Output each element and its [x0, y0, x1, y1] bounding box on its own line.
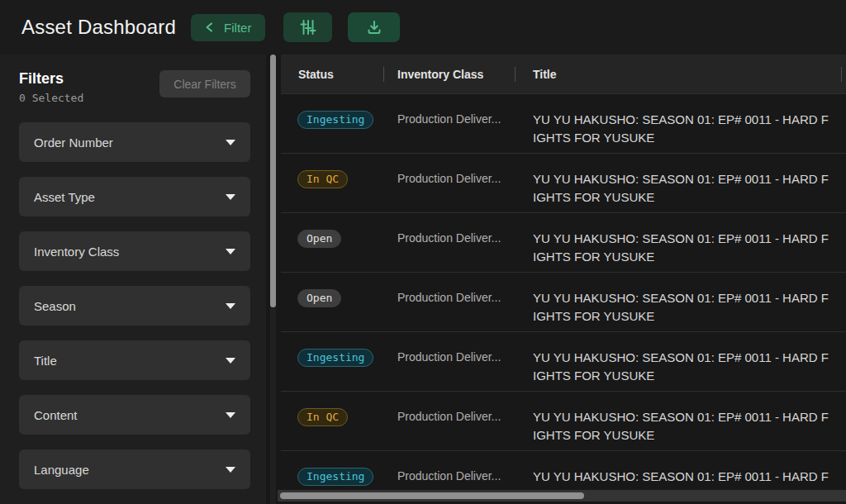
inventory-class-cell: Production Deliver...	[383, 213, 515, 245]
title-cell: YU YU HAKUSHO: SEASON 01: EP# 0011 - HAR…	[515, 392, 846, 445]
status-cell: In QC	[281, 392, 383, 426]
chevron-down-icon	[226, 249, 235, 254]
status-badge: In QC	[297, 408, 348, 426]
table-header: Status Inventory Class Title	[281, 55, 846, 93]
download-icon	[366, 19, 383, 36]
status-cell: Ingesting	[281, 94, 383, 129]
filters-heading: Filters	[19, 70, 83, 88]
title-cell: YU YU HAKUSHO: SEASON 01: EP# 0011 - HAR…	[515, 213, 846, 266]
filter-dropdown[interactable]: Language	[19, 449, 250, 489]
status-badge: In QC	[297, 170, 348, 188]
vertical-scrollbar[interactable]	[266, 55, 281, 504]
horizontal-scrollbar-thumb[interactable]	[280, 492, 584, 499]
table-row[interactable]: Ingesting Production Deliver... YU YU HA…	[281, 93, 846, 153]
asset-table: Status Inventory Class Title Ingesting P…	[281, 55, 846, 504]
download-button[interactable]	[348, 12, 400, 42]
status-badge: Ingesting	[297, 111, 373, 129]
clear-filters-button[interactable]: Clear Filters	[159, 70, 250, 97]
filter-button-label: Filter	[224, 21, 251, 35]
filter-dropdown-label: Title	[34, 354, 57, 368]
column-settings-button[interactable]	[283, 12, 332, 42]
table-row[interactable]: Open Production Deliver... YU YU HAKUSHO…	[281, 212, 846, 272]
filter-dropdown[interactable]: Asset Type	[19, 177, 250, 216]
column-header-status: Status	[281, 55, 383, 93]
filter-list: Order Number Asset Type Inventory Class	[19, 122, 250, 489]
status-cell: In QC	[281, 154, 383, 188]
filter-dropdown[interactable]: Title	[19, 340, 250, 380]
sliders-icon	[299, 18, 317, 36]
title-cell: YU YU HAKUSHO: SEASON 01: EP# 0011 - HAR…	[515, 332, 846, 385]
filters-sidebar: Filters 0 Selected Clear Filters Order N…	[0, 55, 266, 504]
page-title: Asset Dashboard	[21, 16, 176, 39]
horizontal-scrollbar[interactable]	[278, 488, 846, 504]
filter-dropdown-label: Inventory Class	[34, 245, 119, 259]
column-header-inventory-class: Inventory Class	[383, 55, 515, 93]
table-row[interactable]: In QC Production Deliver... YU YU HAKUSH…	[281, 391, 846, 450]
status-cell: Ingesting	[281, 332, 383, 367]
status-badge: Open	[297, 289, 341, 307]
chevron-down-icon	[226, 140, 235, 145]
filter-dropdown[interactable]: Order Number	[19, 122, 250, 162]
status-cell: Ingesting	[281, 451, 383, 486]
filter-dropdown-label: Language	[34, 463, 89, 477]
filter-dropdown-label: Season	[34, 299, 76, 313]
horizontal-scrollbar-track[interactable]	[278, 490, 846, 502]
chevron-down-icon	[226, 412, 235, 418]
filter-dropdown[interactable]: Inventory Class	[19, 231, 250, 271]
filter-dropdown-label: Order Number	[34, 136, 113, 150]
filters-header: Filters 0 Selected Clear Filters	[19, 70, 250, 104]
chevron-left-icon	[205, 22, 214, 32]
inventory-class-cell: Production Deliver...	[383, 451, 515, 483]
topbar: Asset Dashboard Filter	[0, 0, 846, 55]
filter-dropdown-label: Asset Type	[34, 190, 95, 204]
filter-dropdown[interactable]: Season	[19, 286, 250, 326]
main-area: Filters 0 Selected Clear Filters Order N…	[0, 55, 846, 504]
selected-count: 0 Selected	[19, 92, 83, 104]
inventory-class-cell: Production Deliver...	[383, 273, 515, 304]
chevron-down-icon	[226, 303, 235, 309]
table-body: Ingesting Production Deliver... YU YU HA…	[281, 93, 846, 488]
chevron-down-icon	[226, 358, 235, 364]
vertical-scrollbar-thumb[interactable]	[270, 55, 276, 307]
table-row[interactable]: Ingesting Production Deliver... YU YU HA…	[281, 331, 846, 391]
title-cell: YU YU HAKUSHO: SEASON 01: EP# 0011 - HAR…	[515, 273, 846, 326]
filter-dropdown-label: Content	[34, 408, 78, 422]
table-row[interactable]: Ingesting Production Deliver... YU YU HA…	[281, 450, 846, 488]
status-badge: Open	[297, 230, 341, 248]
filter-dropdown[interactable]: Content	[19, 395, 250, 435]
status-badge: Ingesting	[297, 468, 373, 486]
title-cell: YU YU HAKUSHO: SEASON 01: EP# 0011 - HAR…	[515, 94, 846, 147]
table-row[interactable]: In QC Production Deliver... YU YU HAKUSH…	[281, 153, 846, 212]
title-cell: YU YU HAKUSHO: SEASON 01: EP# 0011 - HAR…	[515, 451, 846, 488]
chevron-down-icon	[226, 194, 235, 200]
inventory-class-cell: Production Deliver...	[383, 154, 515, 185]
asset-dashboard-app: Asset Dashboard Filter	[0, 0, 846, 504]
title-cell: YU YU HAKUSHO: SEASON 01: EP# 0011 - HAR…	[515, 154, 846, 207]
chevron-down-icon	[226, 467, 235, 473]
filter-toggle-button[interactable]: Filter	[191, 14, 265, 41]
column-header-title: Title	[515, 55, 846, 93]
inventory-class-cell: Production Deliver...	[383, 392, 515, 423]
inventory-class-cell: Production Deliver...	[383, 94, 515, 126]
status-badge: Ingesting	[297, 349, 373, 367]
status-cell: Open	[281, 213, 383, 248]
status-cell: Open	[281, 273, 383, 307]
inventory-class-cell: Production Deliver...	[383, 332, 515, 364]
table-row[interactable]: Open Production Deliver... YU YU HAKUSHO…	[281, 272, 846, 331]
